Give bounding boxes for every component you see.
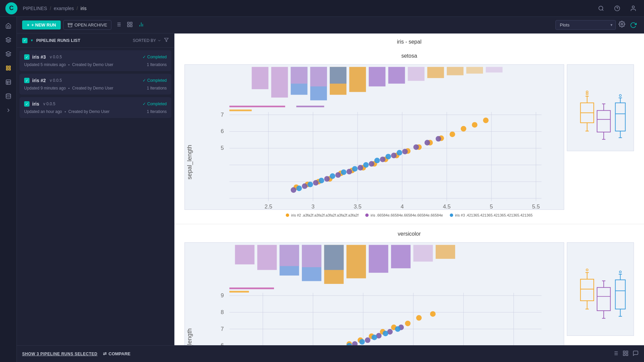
svg-point-101 (413, 144, 419, 150)
svg-point-106 (319, 178, 324, 183)
chart-subtitle: setosa (401, 53, 417, 59)
run-checkbox[interactable]: ✓ (24, 54, 30, 60)
svg-marker-6 (6, 52, 11, 54)
bottom-bar: SHOW 3 PIPELINE RUNS SELECTED ⇄ COMPARE (17, 345, 644, 362)
main-layout: + + NEW RUN OPEN ARCHIVE Plots Tab (0, 17, 644, 362)
nav-home[interactable] (2, 19, 15, 32)
chart-setosa-main: sepal_length (184, 64, 564, 210)
run-item-header: ✓ iris v 0.0.5 ✓ Completed (24, 101, 167, 107)
run-status: ✓ Completed (143, 102, 167, 106)
compare-icon: ⇄ (103, 351, 107, 356)
svg-point-102 (425, 140, 430, 145)
svg-point-108 (341, 169, 346, 175)
list-view-icon[interactable] (114, 20, 123, 30)
run-item[interactable]: ✓ iris #2 v 0.0.5 ✓ Completed Updated 9 … (19, 74, 171, 95)
svg-point-90 (291, 187, 297, 193)
filter-icon[interactable] (164, 38, 169, 43)
run-name: iris #2 (32, 78, 46, 83)
svg-point-109 (352, 166, 358, 172)
run-iterations: 1 Iterations (147, 62, 167, 67)
bottom-grid-icon[interactable] (623, 350, 629, 358)
check-icon: ✓ (143, 78, 146, 83)
sort-icon (157, 39, 161, 43)
svg-rect-30 (271, 67, 288, 98)
svg-rect-136 (235, 245, 255, 264)
svg-rect-7 (6, 80, 11, 84)
settings-icon[interactable] (619, 21, 625, 29)
nav-layers[interactable] (2, 48, 15, 60)
svg-point-100 (402, 149, 408, 155)
svg-point-206 (383, 331, 388, 337)
svg-point-193 (352, 341, 358, 345)
select-all-checkbox[interactable]: ✓ (22, 38, 28, 43)
svg-text:5.5: 5.5 (532, 203, 540, 210)
search-icon[interactable] (596, 3, 606, 14)
new-run-label: + NEW RUN (32, 22, 56, 27)
help-icon[interactable] (612, 3, 623, 14)
nav-pipelines[interactable] (2, 62, 15, 74)
svg-rect-12 (68, 23, 72, 24)
nav-datasets[interactable] (2, 90, 15, 103)
svg-point-99 (391, 153, 397, 159)
compare-button[interactable]: ⇄ COMPARE (103, 351, 130, 356)
breadcrumb-pipelines[interactable]: PIPELINES (23, 6, 47, 11)
run-checkbox[interactable]: ✓ (24, 78, 30, 83)
scatter-chart-setosa: sepal_length (184, 64, 564, 210)
new-run-button[interactable]: + + NEW RUN (22, 20, 61, 29)
chart-versicolor-title: versicolor (184, 231, 634, 237)
svg-text:sepal_length: sepal_length (186, 328, 193, 345)
nav-reports[interactable] (2, 76, 15, 88)
svg-point-205 (372, 335, 377, 340)
breadcrumb-sep1: / (50, 6, 51, 11)
run-item-header: ✓ iris #3 v 0.0.5 ✓ Completed (24, 54, 167, 60)
svg-rect-38 (369, 67, 385, 86)
svg-rect-29 (252, 67, 268, 89)
runs-list: ✓ iris #3 v 0.0.5 ✓ Completed Updated 5 … (17, 48, 174, 345)
svg-rect-224 (615, 280, 626, 309)
svg-rect-43 (466, 67, 483, 74)
svg-point-97 (369, 161, 374, 167)
expand-icon[interactable]: ▼ (30, 39, 34, 42)
chart-versicolor-main: sepal_length (184, 242, 564, 345)
refresh-icon[interactable] (628, 20, 639, 31)
sorted-by-button[interactable]: SORTED BY (133, 38, 161, 43)
check-icon: ✓ (143, 102, 146, 106)
svg-point-112 (385, 154, 391, 160)
svg-text:6: 6 (221, 128, 224, 134)
chart-versicolor-container: sepal_length (184, 242, 634, 345)
svg-point-92 (313, 180, 319, 186)
run-item[interactable]: ✓ iris #3 v 0.0.5 ✓ Completed Updated 5 … (19, 50, 171, 71)
run-name: iris #3 (32, 54, 46, 60)
svg-rect-145 (369, 245, 388, 273)
grid-view-icon[interactable] (125, 20, 134, 30)
svg-point-94 (335, 172, 341, 178)
show-selected-button[interactable]: SHOW 3 PIPELINE RUNS SELECTED (22, 352, 98, 356)
bottom-list-icon[interactable] (612, 350, 619, 358)
svg-point-4 (632, 6, 635, 8)
svg-point-98 (380, 157, 386, 162)
svg-point-121 (586, 93, 588, 95)
run-checkbox[interactable]: ✓ (24, 101, 30, 107)
svg-point-207 (395, 326, 400, 332)
svg-rect-236 (626, 351, 628, 353)
left-panel: ✓ ▼ PIPELINE RUNS LIST SORTED BY (17, 34, 174, 345)
svg-line-1 (602, 9, 603, 10)
svg-text:4: 4 (400, 203, 404, 210)
user-avatar[interactable] (628, 3, 639, 14)
open-archive-button[interactable]: OPEN ARCHIVE (63, 20, 112, 30)
svg-text:9: 9 (221, 292, 224, 299)
run-item[interactable]: ✓ iris v 0.0.5 ✓ Completed Updated an ho… (19, 97, 171, 118)
breadcrumb-examples[interactable]: examples (54, 6, 74, 11)
nav-arrow[interactable] (2, 104, 15, 117)
svg-rect-37 (349, 67, 366, 92)
nav-experiments[interactable] (2, 34, 15, 46)
svg-point-88 (472, 122, 478, 128)
svg-point-185 (416, 315, 422, 321)
plot-section-title: iris - sepal (397, 39, 422, 45)
plots-select[interactable]: Plots Table Detail (555, 20, 616, 30)
chart-view-icon[interactable] (137, 20, 146, 30)
svg-rect-32 (291, 67, 308, 84)
svg-rect-144 (346, 245, 366, 279)
meta-dot (68, 64, 69, 65)
bottom-chat-icon[interactable] (633, 350, 639, 358)
